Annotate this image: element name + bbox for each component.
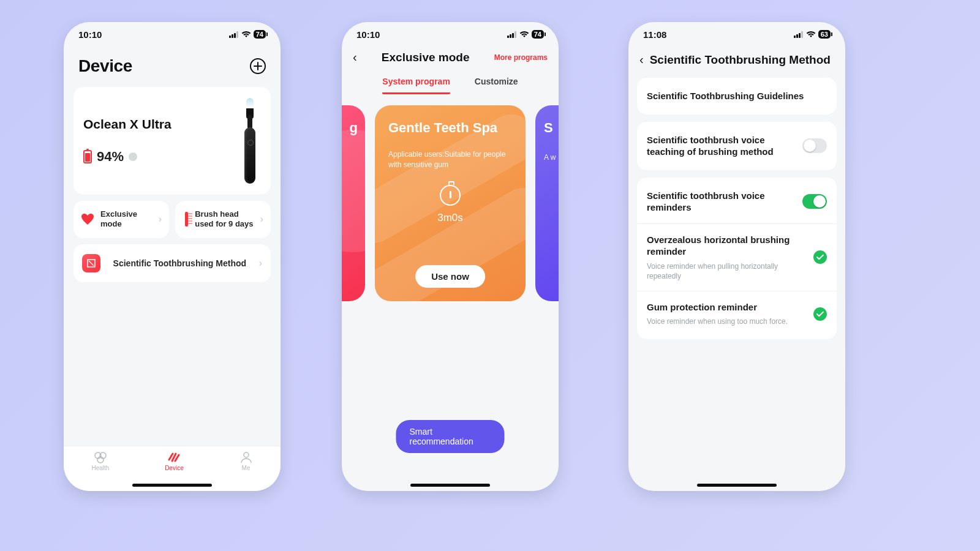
smart-recommendation-button[interactable]: Smart recommendation [396, 420, 505, 453]
status-bar: 10:10 74 [342, 22, 559, 47]
wifi-icon [241, 31, 251, 38]
brush-head-card[interactable]: Brush head used for 9 days › [175, 201, 271, 238]
program-title: Gentle Teeth Spa [388, 120, 512, 136]
row-label: Scientific toothbrush voice reminders [647, 190, 795, 214]
use-now-button[interactable]: Use now [415, 265, 485, 288]
tab-me[interactable]: Me [239, 451, 253, 471]
navbar: ‹ Scientific Toothbrushing Method [628, 47, 845, 78]
status-time: 10:10 [356, 29, 380, 40]
program-duration: 3m0s [437, 212, 463, 224]
tab-health[interactable]: Health [91, 451, 109, 471]
device-name: Oclean X Ultra [83, 117, 172, 132]
wifi-icon [806, 31, 816, 38]
scientific-method-row[interactable]: Scientific Toothbrushing Method › [74, 244, 271, 282]
status-bar: 11:08 63 [628, 22, 845, 47]
chevron-right-icon: › [259, 258, 262, 269]
add-device-button[interactable] [250, 58, 266, 74]
next-sub-peek: A w [544, 153, 556, 162]
more-programs-link[interactable]: More programs [494, 53, 548, 62]
status-right: 74 [229, 30, 266, 39]
status-right: 63 [794, 30, 831, 39]
battery-badge: 63 [818, 30, 831, 39]
home-indicator [132, 484, 212, 487]
guidelines-group: Scientific Toothbrushing Guidelines [637, 78, 837, 114]
timer-icon [440, 185, 461, 206]
program-card-current[interactable]: Gentle Teeth Spa Applicable users:Suitab… [375, 105, 526, 301]
cellular-icon [229, 31, 239, 38]
toothbrush-image [239, 98, 261, 184]
gum-protection-row[interactable]: Gum protection reminder Voice reminder w… [637, 291, 837, 337]
battery-badge: 74 [532, 30, 544, 39]
row-label: Overzealous horizontal brushing reminder [647, 234, 806, 258]
row-label: Scientific Toothbrushing Method [108, 258, 252, 268]
horizontal-reminder-row[interactable]: Overzealous horizontal brushing reminder… [637, 223, 837, 291]
row-label: Scientific Toothbrushing Guidelines [647, 90, 827, 102]
row-label: Gum protection reminder [647, 301, 806, 313]
program-card-prev[interactable]: g [342, 105, 365, 301]
scientific-method-screen: 11:08 63 ‹ Scientific Toothbrushing Meth… [628, 22, 845, 491]
voice-reminders-toggle[interactable] [802, 194, 827, 209]
mode-tabs: System program Customize [342, 77, 559, 94]
tab-device[interactable]: Device [165, 451, 184, 471]
device-card[interactable]: Oclean X Ultra 94% [74, 87, 271, 195]
info-icon[interactable] [129, 152, 137, 161]
voice-teaching-group: Scientific toothbrush voice teaching of … [637, 122, 837, 170]
card-label: Exclusive mode [100, 209, 153, 230]
row-label: Scientific toothbrush voice teaching of … [647, 134, 795, 158]
prev-title-peek: g [350, 120, 358, 136]
tab-system-program[interactable]: System program [382, 77, 450, 94]
status-time: 11:08 [643, 29, 666, 40]
battery-percent: 94% [97, 149, 124, 165]
voice-teaching-toggle[interactable] [802, 138, 827, 153]
program-timer: 3m0s [388, 185, 512, 224]
battery-badge: 74 [254, 30, 266, 39]
tab-label: Health [91, 465, 109, 471]
status-time: 10:10 [78, 29, 102, 40]
row-sublabel: Voice reminder when pulling horizontally… [647, 261, 806, 281]
check-icon [813, 250, 827, 264]
chevron-right-icon: › [260, 214, 263, 225]
tab-label: Me [242, 465, 251, 471]
navbar-title: Scientific Toothbrushing Method [650, 53, 831, 67]
navbar-title: Exclusive mode [366, 51, 486, 64]
check-icon [813, 307, 827, 321]
program-subtitle: Applicable users:Suitable for people wit… [388, 149, 512, 170]
guidelines-row[interactable]: Scientific Toothbrushing Guidelines [637, 80, 837, 112]
tab-label: Device [165, 465, 184, 471]
back-button[interactable]: ‹ [639, 53, 644, 67]
method-icon [82, 254, 100, 272]
cellular-icon [794, 31, 804, 38]
device-screen: 10:10 74 Device Oclean X Ultra 94% [64, 22, 281, 491]
exclusive-mode-screen: 10:10 74 ‹ Exclusive mode More programs … [342, 22, 559, 491]
next-title-peek: S [544, 120, 553, 136]
card-label: Brush head used for 9 days [195, 209, 254, 230]
page-header: Device [64, 47, 281, 81]
home-indicator [697, 484, 777, 487]
home-indicator [410, 484, 490, 487]
voice-reminders-row: Scientific toothbrush voice reminders [637, 180, 837, 223]
back-button[interactable]: ‹ [353, 50, 357, 64]
status-right: 74 [507, 30, 544, 39]
exclusive-mode-card[interactable]: Exclusive mode › [74, 201, 169, 238]
cellular-icon [507, 31, 517, 38]
tab-customize[interactable]: Customize [475, 77, 518, 94]
wifi-icon [519, 31, 529, 38]
chevron-right-icon: › [159, 214, 162, 225]
status-bar: 10:10 74 [64, 22, 281, 47]
page-title: Device [78, 56, 132, 76]
navbar: ‹ Exclusive mode More programs [342, 47, 559, 64]
device-battery: 94% [83, 149, 172, 165]
voice-reminders-group: Scientific toothbrush voice reminders Ov… [637, 178, 837, 339]
battery-icon [83, 150, 92, 163]
program-card-next[interactable]: S A w [535, 105, 559, 301]
row-sublabel: Voice reminder when using too much force… [647, 317, 806, 326]
brush-head-icon [183, 212, 189, 227]
voice-teaching-row: Scientific toothbrush voice teaching of … [637, 124, 837, 168]
svg-point-3 [244, 452, 249, 457]
heart-icon [81, 213, 94, 225]
program-carousel[interactable]: g Gentle Teeth Spa Applicable users:Suit… [342, 105, 559, 313]
